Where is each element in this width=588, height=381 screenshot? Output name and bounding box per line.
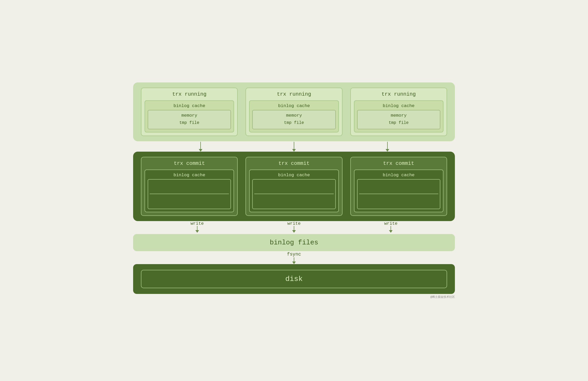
trx-commit-title-1: trx commit xyxy=(145,160,234,167)
fsync-head xyxy=(292,262,296,264)
binlog-cache-dark-1: binlog cache xyxy=(145,170,234,212)
write-arrow-3: write xyxy=(384,221,398,233)
arrow-head-3 xyxy=(386,149,389,152)
trx-running-title-1: trx running xyxy=(145,91,234,98)
write-line-1 xyxy=(197,226,197,230)
memory-dark-3 xyxy=(357,179,440,209)
binlog-cache-label-2: binlog cache xyxy=(252,103,336,108)
memory-box-1: memory tmp file xyxy=(148,110,231,129)
disk-inner: disk xyxy=(141,270,447,288)
trx-commit-title-2: trx commit xyxy=(249,160,339,167)
trx-commit-box-2: trx commit binlog cache xyxy=(245,157,342,216)
trx-commit-box-1: trx commit binlog cache xyxy=(141,157,238,216)
memory-dark-bottom-3 xyxy=(359,194,438,207)
memory-dark-top-1 xyxy=(150,181,229,194)
memory-dark-2 xyxy=(252,179,336,209)
main-container: trx running binlog cache memory tmp file… xyxy=(128,77,460,304)
write-label-3: write xyxy=(384,221,398,226)
write-line-3 xyxy=(391,226,391,230)
arrow-line-3 xyxy=(387,142,388,149)
watermark: @稀土掘金技术社区 xyxy=(133,294,455,299)
write-head-2 xyxy=(292,230,296,233)
arrow-down-2 xyxy=(292,142,296,152)
arrow-line-1 xyxy=(200,142,201,149)
arrow-line-2 xyxy=(294,142,294,149)
binlog-cache-dark-3: binlog cache xyxy=(354,170,443,212)
binlog-cache-box-1: binlog cache memory tmp file xyxy=(145,100,234,132)
running-to-commit-arrows xyxy=(133,141,455,152)
tmp-file-label-2: tmp file xyxy=(256,119,331,126)
arrow-down-1 xyxy=(199,142,202,152)
memory-dark-bottom-1 xyxy=(150,194,229,207)
arrow-head-2 xyxy=(292,149,296,152)
row-commit: trx commit binlog cache trx commit binlo… xyxy=(133,152,455,221)
binlog-cache-dark-2: binlog cache xyxy=(249,170,339,212)
binlog-files-label: binlog files xyxy=(270,239,318,246)
binlog-cache-label-3: binlog cache xyxy=(357,103,440,108)
binlog-cache-label-1: binlog cache xyxy=(148,103,231,108)
binlog-cache-box-2: binlog cache memory tmp file xyxy=(249,100,339,132)
arrow-down-3 xyxy=(386,142,389,152)
fsync-row: fsync xyxy=(133,251,455,264)
write-label-1: write xyxy=(190,221,204,226)
memory-box-2: memory tmp file xyxy=(252,110,336,129)
trx-running-title-3: trx running xyxy=(354,91,443,98)
arrow-head-1 xyxy=(199,149,202,152)
row-running: trx running binlog cache memory tmp file… xyxy=(133,82,455,141)
memory-dark-top-3 xyxy=(359,181,438,194)
trx-commit-box-3: trx commit binlog cache xyxy=(350,157,447,216)
fsync-label: fsync xyxy=(287,252,301,257)
tmp-file-label-3: tmp file xyxy=(361,119,436,126)
write-label-2: write xyxy=(287,221,300,226)
memory-label-3: memory xyxy=(361,113,436,118)
row-disk: disk xyxy=(133,264,455,294)
fsync-line xyxy=(294,257,294,262)
write-head-1 xyxy=(195,230,199,233)
binlog-cache-box-3: binlog cache memory tmp file xyxy=(354,100,443,132)
memory-dark-bottom-2 xyxy=(254,194,333,207)
trx-running-title-2: trx running xyxy=(249,91,339,98)
memory-dark-1 xyxy=(148,179,231,209)
write-arrow-2: write xyxy=(287,221,300,233)
memory-label-1: memory xyxy=(152,113,227,118)
write-row: write write write xyxy=(133,221,455,234)
memory-label-2: memory xyxy=(256,113,331,118)
trx-running-box-1: trx running binlog cache memory tmp file xyxy=(141,88,238,136)
memory-dark-top-2 xyxy=(254,181,333,194)
write-line-2 xyxy=(294,226,294,230)
write-arrow-1: write xyxy=(190,221,204,233)
trx-running-box-2: trx running binlog cache memory tmp file xyxy=(245,88,342,136)
write-head-3 xyxy=(389,230,393,233)
memory-box-3: memory tmp file xyxy=(357,110,440,129)
binlog-cache-dark-label-3: binlog cache xyxy=(357,173,440,178)
binlog-cache-dark-label-1: binlog cache xyxy=(148,173,231,178)
trx-running-box-3: trx running binlog cache memory tmp file xyxy=(350,88,447,136)
disk-label: disk xyxy=(285,275,303,283)
trx-commit-title-3: trx commit xyxy=(354,160,443,167)
binlog-cache-dark-label-2: binlog cache xyxy=(252,173,336,178)
tmp-file-label-1: tmp file xyxy=(152,119,227,126)
row-binlog: binlog files xyxy=(133,234,455,251)
